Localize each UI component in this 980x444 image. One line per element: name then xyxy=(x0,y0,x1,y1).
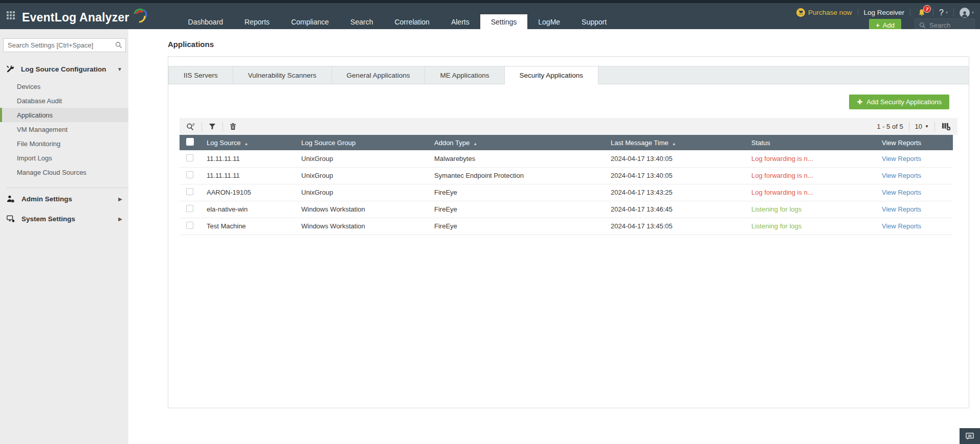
sidebar-item-file-monitoring[interactable]: File Monitoring xyxy=(0,136,128,151)
view-reports-link[interactable]: View Reports xyxy=(882,172,921,179)
chevron-right-icon: ▶ xyxy=(118,216,122,222)
status-text: Listening for logs xyxy=(751,222,801,230)
nav-reports[interactable]: Reports xyxy=(234,14,280,29)
cell-log-source: ela-native-win xyxy=(200,201,295,218)
view-reports-link[interactable]: View Reports xyxy=(882,155,921,162)
col-header-log-source-group[interactable]: Log Source Group xyxy=(295,135,428,150)
col-header-last-message-time[interactable]: Last Message Time▲ xyxy=(604,135,745,150)
global-search-input[interactable] xyxy=(929,21,970,29)
col-header-view-reports: View Reports xyxy=(875,135,953,150)
avatar-caret-icon: ▾ xyxy=(972,10,974,15)
cell-last-message-time: 2024-04-17 13:45:05 xyxy=(604,218,745,235)
help-menu[interactable]: ? ▾ xyxy=(939,8,948,17)
nav-compliance[interactable]: Compliance xyxy=(280,14,340,29)
cell-last-message-time: 2024-04-17 13:40:05 xyxy=(604,150,745,167)
cell-log-source: Test Machine xyxy=(200,218,295,235)
applications-tabs: IIS Servers Vulnerability Scanners Gener… xyxy=(168,66,969,84)
nav-correlation[interactable]: Correlation xyxy=(384,14,440,29)
nav-alerts[interactable]: Alerts xyxy=(440,14,480,29)
sidebar-section-label: System Settings xyxy=(21,215,118,223)
chevron-down-icon: ▼ xyxy=(117,66,122,72)
pagination-range: 1 - 5 of 5 xyxy=(877,123,903,130)
feedback-button[interactable] xyxy=(960,428,980,444)
nav-dashboard[interactable]: Dashboard xyxy=(177,14,234,29)
cell-addon-type: Malwarebytes xyxy=(428,150,604,167)
tools-icon xyxy=(6,65,15,74)
row-checkbox[interactable] xyxy=(186,188,193,195)
tab-vulnerability-scanners[interactable]: Vulnerability Scanners xyxy=(233,66,332,84)
table-row: AARON-19105 UnixGroup FireEye 2024-04-17… xyxy=(180,184,953,201)
sidebar-search-icon xyxy=(115,41,122,49)
row-checkbox[interactable] xyxy=(186,205,193,212)
cell-log-source-group: UnixGroup xyxy=(295,184,428,201)
nav-settings[interactable]: Settings xyxy=(480,14,528,29)
status-text: Listening for logs xyxy=(751,205,801,213)
sort-asc-icon: ▲ xyxy=(672,142,676,146)
sidebar-divider xyxy=(6,188,128,188)
row-checkbox[interactable] xyxy=(186,154,193,161)
sidebar-section-system-settings[interactable]: System Settings ▶ xyxy=(0,209,128,229)
user-icon xyxy=(961,10,969,18)
sort-asc-icon: ▲ xyxy=(473,142,477,146)
table-row: 11.11.11.11 UnixGroup Malwarebytes 2024-… xyxy=(180,150,953,167)
notifications-button[interactable]: 7 xyxy=(917,8,926,17)
cell-log-source-group: Windows Workstation xyxy=(295,218,428,235)
notification-count-badge: 7 xyxy=(923,5,931,13)
status-text: Log forwarding is n... xyxy=(751,189,813,196)
view-reports-link[interactable]: View Reports xyxy=(882,189,921,196)
sidebar-section-label: Admin Settings xyxy=(21,195,118,203)
view-reports-link[interactable]: View Reports xyxy=(882,205,921,213)
col-header-addon-type[interactable]: Addon Type▲ xyxy=(428,135,604,150)
row-checkbox[interactable] xyxy=(186,222,193,229)
sidebar-item-applications[interactable]: Applications xyxy=(0,108,128,122)
cell-last-message-time: 2024-04-17 13:40:05 xyxy=(604,167,745,184)
tab-general-applications[interactable]: General Applications xyxy=(332,66,426,84)
sidebar-section-label: Log Source Configuration xyxy=(21,65,117,73)
topbar-right: Purchase now Log Receiver 7 ? ▾ xyxy=(796,6,980,32)
view-reports-link[interactable]: View Reports xyxy=(882,222,921,230)
security-applications-table: Log Source▲ Log Source Group Addon Type▲… xyxy=(180,135,953,235)
user-avatar[interactable] xyxy=(960,8,970,18)
settings-search-input[interactable] xyxy=(3,38,126,52)
delete-icon[interactable] xyxy=(229,123,237,130)
sidebar-item-vm-management[interactable]: VM Management xyxy=(0,122,128,136)
cell-addon-type: FireEye xyxy=(428,184,604,201)
add-button-label: Add xyxy=(883,21,895,29)
tab-me-applications[interactable]: ME Applications xyxy=(425,66,504,84)
nav-support[interactable]: Support xyxy=(571,14,617,29)
tab-iis-servers[interactable]: IIS Servers xyxy=(168,66,233,84)
sidebar-item-database-audit[interactable]: Database Audit xyxy=(0,94,128,108)
nav-search[interactable]: Search xyxy=(340,14,384,29)
page-title: Applications xyxy=(168,40,980,49)
sidebar-section-admin-settings[interactable]: Admin Settings ▶ xyxy=(0,189,128,209)
cell-last-message-time: 2024-04-17 13:43:25 xyxy=(604,184,745,201)
sidebar-item-import-logs[interactable]: Import Logs xyxy=(0,151,128,165)
cell-addon-type: FireEye xyxy=(428,218,604,235)
plus-icon: + xyxy=(876,21,880,29)
column-chooser-icon[interactable] xyxy=(941,123,952,131)
page-size-dropdown[interactable]: 10 ▼ xyxy=(915,123,929,130)
cell-log-source-group: UnixGroup xyxy=(295,167,428,184)
select-all-checkbox[interactable] xyxy=(186,138,194,146)
advanced-search-icon[interactable] xyxy=(185,123,196,131)
col-header-status[interactable]: Status xyxy=(745,135,875,150)
tab-security-applications[interactable]: Security Applications xyxy=(505,66,599,84)
filter-icon[interactable] xyxy=(208,123,217,130)
col-header-log-source[interactable]: Log Source▲ xyxy=(200,135,295,150)
apps-grid-icon[interactable] xyxy=(7,11,17,21)
sidebar-item-devices[interactable]: Devices xyxy=(0,79,128,94)
purchase-now-link[interactable]: Purchase now xyxy=(796,8,852,17)
sidebar-item-manage-cloud-sources[interactable]: Manage Cloud Sources xyxy=(0,165,128,179)
add-security-applications-button[interactable]: ✚ Add Security Applications xyxy=(849,95,949,109)
sort-asc-icon: ▲ xyxy=(244,142,249,146)
row-checkbox[interactable] xyxy=(186,171,193,178)
nav-logme[interactable]: LogMe xyxy=(527,14,571,29)
sidebar-section-log-source-configuration[interactable]: Log Source Configuration ▼ xyxy=(0,59,128,79)
log-receiver-link[interactable]: Log Receiver xyxy=(864,9,905,16)
page-size-value: 10 xyxy=(915,123,922,130)
app-logo-text: EventLog Analyzer xyxy=(22,11,129,25)
top-bar: EventLog Analyzer Dashboard Reports Comp… xyxy=(0,0,980,29)
purchase-now-label: Purchase now xyxy=(808,9,852,16)
cell-addon-type: Symantec Endpoint Protection xyxy=(428,167,604,184)
cell-log-source: 11.11.11.11 xyxy=(200,150,295,167)
